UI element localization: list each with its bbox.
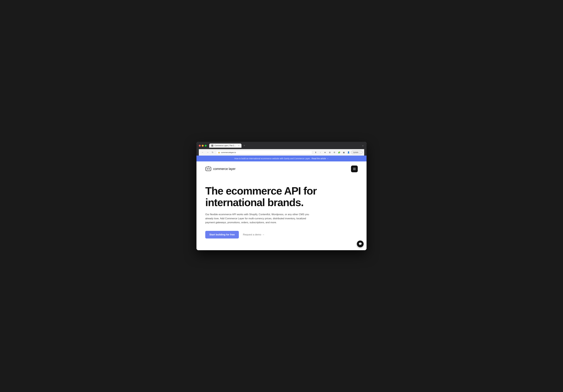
active-tab[interactable]: Commerce Layer | The Checko ✕	[209, 144, 242, 148]
share-icon[interactable]: ↑	[318, 150, 322, 154]
website-wrapper: How to build an international ecommerce …	[196, 156, 367, 250]
minimize-button[interactable]	[202, 145, 204, 147]
update-label: Update	[353, 151, 358, 153]
website: How to build an international ecommerce …	[196, 156, 367, 250]
profile-icon[interactable]: 👤	[346, 150, 351, 154]
hamburger-line-2	[353, 169, 356, 169]
announcement-bar: How to build an international ecommerce …	[196, 156, 367, 161]
update-button[interactable]: Update ⋮	[351, 151, 362, 154]
lock-icon: 🔒	[218, 151, 220, 153]
settings-icon[interactable]: ⚙	[332, 150, 336, 154]
traffic-lights	[199, 145, 206, 147]
start-building-button[interactable]: Start building for free	[205, 231, 239, 238]
request-demo-arrow: →	[262, 233, 265, 236]
extensions-icon[interactable]: ⊞	[328, 150, 332, 154]
hero-section: The ecommerce API for international bran…	[196, 176, 367, 250]
close-button[interactable]	[199, 145, 201, 147]
chat-icon: 💬	[359, 242, 362, 245]
hamburger-icon	[353, 168, 356, 170]
tab-title: Commerce Layer | The Checko	[215, 145, 236, 147]
reload-button[interactable]: ↻	[211, 150, 215, 154]
download-icon[interactable]: ⬆	[314, 150, 318, 154]
announcement-text: How to build an international ecommerce …	[234, 157, 310, 160]
hamburger-line-1	[353, 168, 356, 168]
read-article-link[interactable]: Read the article →	[312, 157, 329, 160]
url-text: commercelayer.io	[221, 151, 236, 154]
request-demo-label: Request a demo	[243, 233, 261, 236]
browser-nav-bar: ← → ↻ 🔒 commercelayer.io ⬆ ↑ ★ ⊞ ⚙ 🧩 ▣ 👤…	[199, 149, 364, 156]
read-article-arrow: →	[327, 157, 329, 160]
hero-actions: Start building for free Request a demo →	[205, 231, 358, 238]
address-bar[interactable]: 🔒 commercelayer.io	[216, 150, 312, 154]
nav-buttons: ← → ↻	[201, 150, 215, 154]
new-tab-button[interactable]: +	[242, 144, 246, 148]
update-menu-icon: ⋮	[359, 151, 361, 153]
hamburger-line-3	[353, 170, 356, 170]
puzzle-icon[interactable]: 🧩	[337, 150, 341, 154]
back-button[interactable]: ←	[201, 150, 205, 154]
forward-button[interactable]: →	[205, 150, 210, 154]
logo-text: commerce layer	[213, 167, 235, 171]
browser-tabs: Commerce Layer | The Checko ✕ +	[209, 144, 361, 148]
maximize-button[interactable]	[205, 145, 206, 147]
tab-favicon	[211, 145, 213, 147]
tab-close-icon[interactable]: ✕	[238, 145, 239, 147]
site-header: commerce layer	[196, 161, 367, 176]
svg-point-1	[207, 169, 208, 169]
browser-title-bar: Commerce Layer | The Checko ✕ + ∨	[199, 144, 364, 148]
window-controls: ∨	[362, 145, 364, 147]
browser-window: Commerce Layer | The Checko ✕ + ∨ ← → ↻ …	[196, 142, 367, 250]
browser-actions: ⬆ ↑ ★ ⊞ ⚙ 🧩 ▣ 👤 Update ⋮	[314, 150, 362, 154]
logo[interactable]: commerce layer	[205, 166, 235, 172]
hero-title: The ecommerce API for international bran…	[205, 185, 325, 208]
hero-description: Our flexible ecommerce API works with Sh…	[205, 212, 314, 224]
logo-icon	[205, 166, 211, 172]
bookmark-icon[interactable]: ★	[323, 150, 327, 154]
request-demo-button[interactable]: Request a demo →	[243, 233, 265, 236]
read-article-label: Read the article	[312, 157, 326, 160]
menu-button[interactable]	[351, 166, 358, 172]
svg-point-2	[209, 169, 210, 169]
chat-widget[interactable]: 💬	[357, 241, 364, 247]
browser-chrome: Commerce Layer | The Checko ✕ + ∨ ← → ↻ …	[196, 142, 367, 156]
sidebar-icon[interactable]: ▣	[342, 150, 346, 154]
